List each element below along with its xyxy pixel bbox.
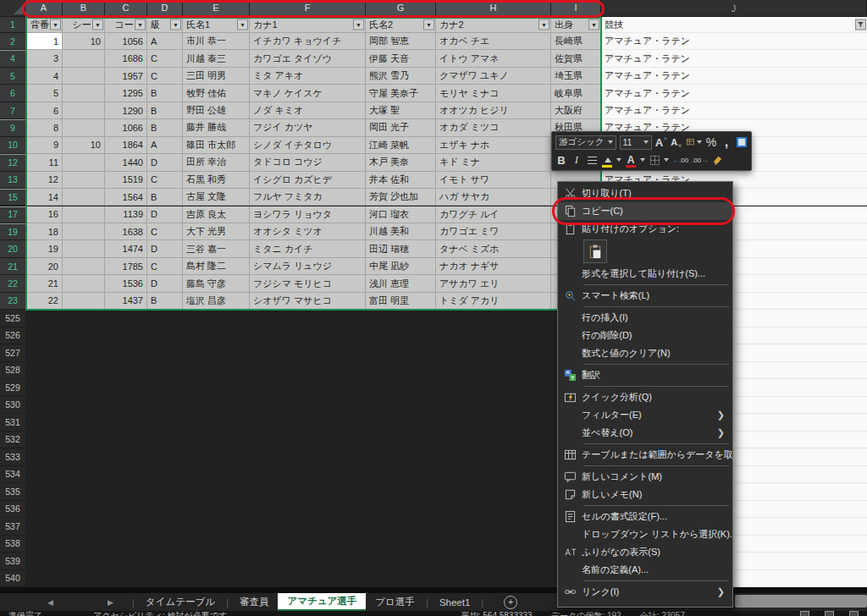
cell-C22[interactable]: 1536 (105, 275, 147, 292)
cell-G7[interactable]: 大塚 聖 (366, 102, 436, 119)
filter-header-3[interactable]: コード▼ (105, 17, 147, 33)
cell-G12[interactable]: 木戸 美奈 (366, 154, 436, 171)
cell-J7[interactable]: アマチュア・ラテン (601, 102, 867, 119)
menu-item-quick-analysis[interactable]: クイック分析(Q) (558, 388, 732, 406)
cell-F2[interactable]: イチカワ キョウイチ (250, 33, 366, 50)
row-header-531[interactable]: 531 (0, 414, 25, 432)
cell-I5[interactable]: 埼玉県 (551, 68, 601, 85)
column-header-J[interactable]: J (601, 0, 867, 17)
menu-item-translate[interactable]: 翻訳 (558, 366, 732, 384)
filter-dropdown-icon[interactable]: ▼ (92, 19, 103, 30)
row-header-23[interactable]: 23 (0, 293, 25, 310)
filter-header-1[interactable]: 背番号▼ (25, 17, 63, 33)
row-header-538[interactable]: 538 (0, 536, 25, 553)
menu-item-filter[interactable]: フィルター(E)❯ (558, 406, 732, 424)
row-header-534[interactable]: 534 (0, 466, 25, 484)
menu-item-link[interactable]: リンク(I)❯ (558, 583, 732, 601)
row-header-5[interactable]: 5 (0, 68, 25, 85)
cell-E7[interactable]: 野田 公雄 (183, 102, 250, 119)
cell-D23[interactable]: B (147, 293, 183, 310)
cell-E22[interactable]: 藤島 守彦 (183, 275, 250, 292)
cell-A22[interactable]: 21 (25, 275, 63, 292)
font-name-select[interactable]: 游ゴシック (555, 135, 616, 150)
filter-dropdown-icon[interactable]: ▼ (50, 19, 61, 30)
cell-D7[interactable]: B (147, 102, 183, 119)
cell-G13[interactable]: 井本 佐和 (366, 172, 436, 189)
cell-style-button[interactable] (736, 135, 748, 150)
cell-G21[interactable]: 中尾 凪紗 (366, 258, 436, 275)
cell-F5[interactable]: ミタ アキオ (250, 68, 366, 85)
cell-D15[interactable]: B (147, 189, 183, 206)
tab-scroll-right-icon[interactable]: ▶ (102, 593, 119, 611)
cell-C10[interactable]: 1864 (105, 137, 147, 154)
cell-C5[interactable]: 1957 (105, 68, 147, 85)
menu-item-paste-special[interactable]: 形式を選択して貼り付け(S)... (558, 265, 732, 283)
cell-A6[interactable]: 5 (25, 85, 63, 102)
row-header-6[interactable]: 6 (0, 85, 25, 102)
row-header-12[interactable]: 12 (0, 154, 25, 171)
filter-header-7[interactable]: 氏名2▼ (366, 17, 436, 33)
menu-item-smart-lookup[interactable]: スマート検索(L) (558, 287, 732, 305)
new-sheet-button[interactable]: + (504, 596, 517, 609)
cell-C12[interactable]: 1440 (105, 154, 147, 171)
cell-C19[interactable]: 1638 (105, 223, 147, 240)
row-header-21[interactable]: 21 (0, 258, 25, 275)
row-header-535[interactable]: 535 (0, 483, 25, 501)
filter-header-8[interactable]: カナ2▼ (436, 17, 551, 33)
decrease-decimal-button[interactable]: .00→ (692, 152, 708, 168)
cell-H5[interactable]: クマザワ ユキノ (436, 68, 551, 85)
cell-A15[interactable]: 14 (25, 189, 63, 206)
filter-header-10[interactable]: 競技 (601, 17, 867, 33)
cell-J4[interactable]: アマチュア・ラテン (601, 50, 867, 67)
sheet-tab-3[interactable]: アマチュア選手 (278, 593, 366, 611)
cell-B2[interactable]: 10 (63, 33, 105, 50)
cell-G6[interactable]: 守屋 美奈子 (366, 85, 436, 102)
cell-F9[interactable]: フジイ カツヤ (250, 119, 366, 136)
cell-B17[interactable] (63, 206, 105, 223)
row-header-533[interactable]: 533 (0, 448, 25, 466)
filter-dropdown-icon[interactable]: ▼ (423, 19, 434, 30)
cell-G19[interactable]: 川越 美和 (366, 223, 436, 240)
cell-H9[interactable]: オカダ ミツコ (436, 119, 551, 136)
menu-item-paste-options[interactable]: 貼り付けのオプション: (558, 220, 732, 238)
percent-style-button[interactable]: % (705, 135, 717, 150)
cell-D21[interactable]: C (147, 258, 183, 275)
filter-dropdown-icon[interactable]: ▼ (135, 19, 146, 30)
view-page-break-icon[interactable] (849, 611, 859, 616)
row-header-4[interactable]: 4 (0, 50, 25, 67)
column-header-I[interactable]: I (551, 0, 601, 17)
cell-D10[interactable]: A (147, 137, 183, 154)
chevron-down-icon[interactable] (664, 158, 669, 162)
menu-item-sort[interactable]: 並べ替え(O)❯ (558, 424, 732, 442)
column-header-G[interactable]: G (366, 0, 436, 17)
row-header-22[interactable]: 22 (0, 275, 25, 292)
row-header-539[interactable]: 539 (0, 553, 25, 570)
row-header-7[interactable]: 7 (0, 102, 25, 119)
increase-decimal-button[interactable]: ←.00 (672, 152, 688, 168)
filter-dropdown-icon[interactable]: ▼ (588, 19, 599, 30)
cell-C6[interactable]: 1295 (105, 85, 147, 102)
cell-F13[interactable]: イシグロ カズヒデ (250, 172, 366, 189)
menu-item-cut[interactable]: 切り取り(T) (558, 184, 732, 202)
cell-H22[interactable]: アサカワ エリ (436, 275, 551, 292)
cell-E5[interactable]: 三田 明男 (183, 68, 250, 85)
decrease-font-size-button[interactable]: Av (671, 135, 682, 150)
horizontal-scrollbar[interactable] (735, 595, 867, 608)
row-header-17[interactable]: 17 (0, 206, 25, 223)
cell-H2[interactable]: オカベ チエ (436, 33, 551, 50)
cell-B22[interactable] (63, 275, 105, 292)
cell-G17[interactable]: 河口 瑠衣 (366, 206, 436, 223)
cell-C2[interactable]: 1056 (105, 33, 147, 50)
cell-G4[interactable]: 伊藤 天音 (366, 50, 436, 67)
sheet-tab-2[interactable]: 審査員 (230, 593, 279, 611)
cell-B20[interactable] (63, 240, 105, 257)
menu-item-clear-contents[interactable]: 数式と値のクリア(N) (558, 344, 732, 362)
cell-B6[interactable] (63, 85, 105, 102)
filter-header-6[interactable]: カナ1▼ (250, 17, 366, 33)
cell-C7[interactable]: 1290 (105, 102, 147, 119)
cell-A19[interactable]: 18 (25, 223, 63, 240)
cell-E21[interactable]: 島村 隆二 (183, 258, 250, 275)
cell-A10[interactable]: 9 (25, 137, 63, 154)
cell-D9[interactable]: B (147, 119, 183, 136)
cell-I4[interactable]: 佐賀県 (551, 50, 601, 67)
